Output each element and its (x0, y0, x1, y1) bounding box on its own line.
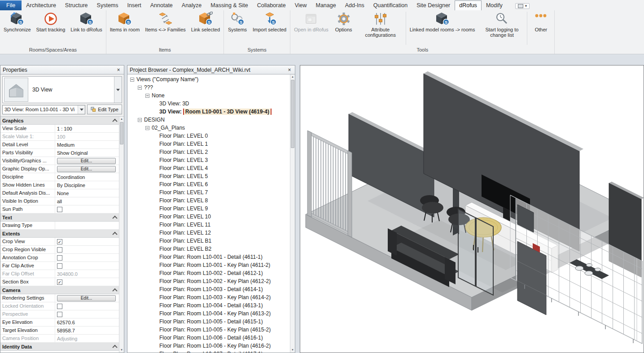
ribbon-tab-modify[interactable]: Modify (482, 0, 507, 10)
ribbon-button-link-selected[interactable]: SLink selected (188, 10, 223, 33)
tree-item-floor-plan-room-l10-001-detail-4611-1[interactable]: Floor Plan: Room L10-001 - Detail (4611-… (127, 253, 290, 261)
tree-item-design[interactable]: DESIGN (127, 116, 290, 124)
tree-item-floor-plan-level-b1[interactable]: Floor Plan: LEVEL B1 (127, 237, 290, 245)
ribbon-tab-analyze[interactable]: Analyze (177, 0, 206, 10)
ribbon-tab-insert[interactable]: Insert (123, 0, 146, 10)
browser-scrollbar[interactable] (290, 74, 295, 353)
view-selector[interactable]: 3D View: Room L10-001 - 3D Vi (2, 105, 85, 114)
tree-item-floor-plan-room-l10-003-key-plan-4614-2[interactable]: Floor Plan: Room L10-003 - Key Plan (461… (127, 293, 290, 301)
property-value[interactable]: Edit... (55, 294, 119, 302)
tree-item-floor-plan-level-10[interactable]: Floor Plan: LEVEL 10 (127, 213, 290, 221)
property-value[interactable]: ✓ (55, 238, 119, 245)
property-value[interactable] (55, 254, 119, 261)
scroll-up-icon[interactable] (119, 117, 124, 122)
chevron-down-icon[interactable] (78, 105, 85, 114)
scrollbar-thumb[interactable] (291, 80, 294, 148)
tree-item-floor-plan-room-l10-002-key-plan-4612-2[interactable]: Floor Plan: Room L10-002 - Key Plan (461… (127, 277, 290, 285)
ribbon-button-synchronize[interactable]: SSynchronize (1, 10, 34, 33)
ribbon-tab-manage[interactable]: Manage (311, 0, 341, 10)
tree-item-02-ga-plans[interactable]: 02_GA_Plans (127, 124, 290, 132)
tree-item-floor-plan-room-l10-004-key-plan-4613-2[interactable]: Floor Plan: Room L10-004 - Key Plan (461… (127, 309, 290, 318)
collapse-chevron-icon[interactable] (112, 215, 117, 220)
property-value[interactable] (55, 205, 119, 213)
collapse-chevron-icon[interactable] (112, 288, 117, 293)
collapse-chevron-icon[interactable] (112, 118, 117, 123)
ribbon-button-items-in-room[interactable]: SItems in room (107, 10, 143, 33)
edit-button[interactable]: Edit... (57, 295, 116, 301)
properties-scrollbar[interactable] (119, 117, 124, 353)
tree-item-floor-plan-room-l10-005-key-plan-4615-2[interactable]: Floor Plan: Room L10-005 - Key Plan (461… (127, 326, 290, 334)
tree-item-floor-plan-level-8[interactable]: Floor Plan: LEVEL 8 (127, 196, 290, 205)
property-value[interactable]: 62570.6 (55, 318, 119, 326)
close-icon[interactable] (115, 67, 122, 73)
tree-item-views-company-name[interactable]: Views ("Company Name") (127, 75, 290, 83)
tree-item-floor-plan-level-6[interactable]: Floor Plan: LEVEL 6 (127, 180, 290, 188)
property-value[interactable]: ✓ (55, 278, 119, 286)
checkbox[interactable]: ✓ (57, 279, 62, 285)
ribbon-tab-annotate[interactable]: Annotate (146, 0, 177, 10)
ribbon-button-linked-model-rooms-rooms[interactable]: SLinked model rooms -> rooms (407, 10, 478, 33)
tree-item-floor-plan-level-11[interactable]: Floor Plan: LEVEL 11 (127, 221, 290, 229)
property-value[interactable] (55, 246, 119, 253)
property-value[interactable]: Show Original (55, 149, 119, 157)
ribbon-tab-systems[interactable]: Systems (92, 0, 123, 10)
tree-item-floor-plan-level-5[interactable]: Floor Plan: LEVEL 5 (127, 172, 290, 180)
ribbon-button-start-tracking[interactable]: Start tracking (34, 10, 68, 33)
property-value[interactable]: Coordination (55, 173, 119, 181)
tree-item-none[interactable]: None (127, 92, 290, 100)
type-selector-dropdown[interactable] (114, 77, 122, 103)
close-icon[interactable] (286, 67, 293, 73)
tree-item-floor-plan-room-l10-003-detail-4614-1[interactable]: Floor Plan: Room L10-003 - Detail (4614-… (127, 285, 290, 293)
ribbon-button-other[interactable]: Other (528, 10, 553, 33)
tree-item-floor-plan-level-4[interactable]: Floor Plan: LEVEL 4 (127, 164, 290, 172)
ribbon-display-toggle[interactable]: ▾ (515, 3, 530, 9)
tree-expander-icon[interactable] (138, 118, 142, 122)
tree-item-floor-plan-level-2[interactable]: Floor Plan: LEVEL 2 (127, 148, 290, 156)
collapse-chevron-icon[interactable] (112, 231, 117, 236)
tree-item-floor-plan-room-l10-007-detail-4617-1[interactable]: Floor Plan: Room L10-007 - Detail (4617-… (127, 350, 290, 353)
ribbon-button-import-selected[interactable]: SImport selected (250, 10, 289, 33)
scroll-up-icon[interactable] (290, 74, 295, 79)
tree-item-floor-plan-room-l10-006-key-plan-4616-2[interactable]: Floor Plan: Room L10-006 - Key Plan (461… (127, 342, 290, 350)
tree-item-floor-plan-level-9[interactable]: Floor Plan: LEVEL 9 (127, 205, 290, 213)
tree-item-item[interactable]: ??? (127, 83, 290, 92)
tree-item-floor-plan-level-b2[interactable]: Floor Plan: LEVEL B2 (127, 245, 290, 253)
type-selector[interactable]: 3D View (2, 76, 122, 103)
checkbox[interactable]: ✓ (57, 239, 62, 244)
ribbon-tab-add-ins[interactable]: Add-Ins (341, 0, 369, 10)
tree-item-floor-plan-level-0[interactable]: Floor Plan: LEVEL 0 (127, 132, 290, 140)
property-value[interactable] (55, 310, 119, 318)
checkbox[interactable] (57, 304, 62, 309)
ribbon-button-link-to-drofus[interactable]: SLink to dRofus (68, 10, 105, 33)
property-value[interactable]: 100 (55, 133, 119, 140)
ribbon-button-options[interactable]: Options (331, 10, 356, 33)
ribbon-tab-site-designer[interactable]: Site Designer (412, 0, 455, 10)
property-value[interactable]: 1 : 100 (55, 125, 119, 132)
tree-expander-icon[interactable] (145, 94, 149, 98)
section-header-graphics[interactable]: Graphics (0, 117, 119, 125)
ribbon-tab-drofus[interactable]: dRofus (455, 0, 482, 10)
section-header-camera[interactable]: Camera (0, 286, 119, 294)
collapse-chevron-icon[interactable] (112, 344, 117, 349)
tree-expander-icon[interactable] (145, 126, 149, 130)
highlighted-view-name[interactable]: Room L10-001 - 3D View (4619-4) (183, 109, 272, 115)
property-value[interactable]: None (55, 189, 119, 197)
ribbon-tab-file[interactable]: File (0, 0, 22, 10)
tree-item-floor-plan-room-l10-004-detail-4613-1[interactable]: Floor Plan: Room L10-004 - Detail (4613-… (127, 301, 290, 309)
section-header-identity-data[interactable]: Identity Data (0, 343, 119, 351)
tree-item-floor-plan-level-7[interactable]: Floor Plan: LEVEL 7 (127, 188, 290, 196)
section-header-extents[interactable]: Extents (0, 230, 119, 238)
property-value[interactable]: Adjusting (55, 335, 119, 342)
property-value[interactable]: By Discipline (55, 181, 119, 189)
property-value[interactable]: all (55, 197, 119, 205)
edit-button[interactable]: Edit... (57, 166, 116, 172)
ribbon-tab-view[interactable]: View (290, 0, 311, 10)
ribbon-tab-collaborate[interactable]: Collaborate (253, 0, 290, 10)
ribbon-button-items-families[interactable]: Items <-> Families (142, 10, 188, 33)
property-value[interactable]: Edit... (55, 165, 119, 173)
tree-item-3d-view-3d[interactable]: 3D View: 3D (127, 100, 290, 108)
checkbox[interactable] (57, 312, 62, 317)
ribbon-button-start-logging-to-change-list[interactable]: Start logging to change list (478, 10, 526, 39)
tree-expander-icon[interactable] (130, 78, 134, 82)
ribbon-tab-massing-site[interactable]: Massing & Site (206, 0, 252, 10)
